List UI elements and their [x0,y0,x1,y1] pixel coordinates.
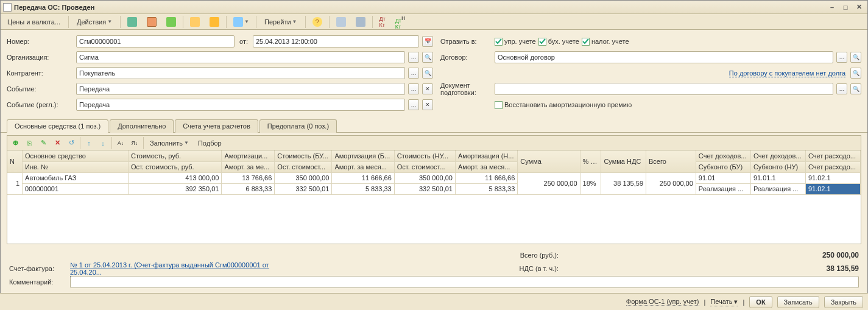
sf-link[interactable]: № 1 от 25.04.2013 г. (Счет-фактура выдан… [70,261,269,277]
tool-icon-5[interactable] [205,15,224,29]
event-select-icon[interactable]: … [408,83,419,94]
close-window-button[interactable]: ✕ [853,2,865,12]
col-vat-p[interactable]: % НДС [580,150,601,172]
dt-kt-icon-1[interactable]: ДтКт [375,15,390,29]
delete-row-icon[interactable]: ✕ [51,137,64,149]
docprep-select-icon[interactable]: … [836,83,847,94]
col-sub-bu[interactable]: Субконто (БУ) [696,161,750,172]
col-amort-nu-m[interactable]: Аморт. за меся... [456,161,518,172]
sort-desc-icon[interactable]: Я↓ [128,137,141,149]
col-vat-s[interactable]: Сумма НДС [601,150,646,172]
actions-menu[interactable]: Действия▼ [71,15,118,29]
chk-bux[interactable]: бух. учете [538,38,579,46]
org-search-icon[interactable]: 🔍 [422,52,433,63]
tool-icon-1[interactable] [123,15,141,29]
col-amort-bu-m[interactable]: Аморт. за меся... [332,161,394,172]
table-row[interactable]: 000000001 392 350,01 6 883,33 332 500,01… [7,183,861,194]
event-reg-input[interactable]: Передача [76,99,405,111]
col-inv[interactable]: Инв. № [23,161,129,172]
tool-icon-7[interactable] [332,15,350,29]
tab-prepay[interactable]: Предоплата (0 поз.) [259,119,337,133]
data-table[interactable]: N Основное средство Стоимость, руб. Амор… [7,150,861,195]
add-row-icon[interactable]: ⊕ [9,137,22,149]
date-input[interactable]: 25.04.2013 12:00:00 [253,35,419,48]
fill-button[interactable]: Заполнить▼ [146,137,193,149]
sort-asc-icon[interactable]: A↓ [114,137,127,149]
help-button[interactable]: ? [308,15,326,29]
col-amort-m[interactable]: Аморт. за ме... [222,161,275,172]
col-os[interactable]: Основное средство [23,150,129,161]
minimize-button[interactable]: – [826,2,838,12]
chk-upr[interactable]: упр. учете [495,38,536,46]
col-cost-nu[interactable]: Стоимость (НУ... [394,150,455,161]
col-amort-nu[interactable]: Амортизация (Н... [456,150,518,161]
col-rest-bu[interactable]: Ост. стоимост... [275,161,332,172]
tool-icon-8[interactable] [351,15,370,29]
contract-search-icon[interactable]: 🔍 [850,52,861,63]
main-toolbar: Цены и валюта... Действия▼ ▼ Перейти▼ ? … [1,14,867,30]
col-total[interactable]: Всего [646,150,696,172]
docprep-input[interactable] [495,83,833,95]
tab-extra[interactable]: Дополнительно [110,119,174,133]
event-input[interactable]: Передача [76,83,405,95]
print-link[interactable]: Печать ▾ [710,298,738,306]
event-clear-icon[interactable]: ✕ [422,83,433,94]
contract-select-icon[interactable]: … [836,52,847,63]
calendar-icon[interactable]: 📅 [422,36,433,47]
tool-icon-4[interactable] [186,15,204,29]
event-reg-clear-icon[interactable]: ✕ [422,99,433,110]
col-sub-nu[interactable]: Субконто (НУ) [750,161,805,172]
contr-input[interactable]: Покупатель [76,67,405,79]
col-sum[interactable]: Сумма [518,150,580,172]
contr-label: Контрагент: [7,69,74,77]
tool-icon-6[interactable]: ▼ [229,15,253,29]
col-inc-bu[interactable]: Счет доходов... [696,150,750,161]
col-exp1[interactable]: Счет расходо... [805,150,860,161]
save-button[interactable]: Записать [777,296,819,308]
org-input[interactable]: Сигма [76,51,405,63]
maximize-button[interactable]: □ [839,2,852,12]
refresh-icon[interactable]: ↺ [65,137,78,149]
edit-row-icon[interactable]: ✎ [37,137,50,149]
vat-value: 38 135,59 [563,264,859,273]
number-input[interactable]: Сгм00000001 [76,35,235,48]
col-rest-nu[interactable]: Ост. стоимост... [394,161,455,172]
event-reg-label: Событие (регл.): [7,101,74,108]
move-down-icon[interactable]: ↓ [96,137,110,149]
table-row[interactable]: 1 Автомобиль ГАЗ 413 000,00 13 766,66 35… [7,172,861,183]
contr-select-icon[interactable]: … [408,68,419,79]
comment-input[interactable] [70,276,859,288]
chk-restore[interactable]: Восстановить амортизационную премию [495,101,632,109]
col-amort[interactable]: Амортизаци... [222,150,275,161]
footer: Форма ОС-1 (упр. учет) | Печать ▾ | ОК З… [0,293,868,310]
event-reg-select-icon[interactable]: … [408,99,419,110]
form-os1-link[interactable]: Форма ОС-1 (упр. учет) [626,298,699,306]
col-rest[interactable]: Ост. стоимость, руб. [128,161,221,172]
tab-accounts[interactable]: Счета учета расчетов [175,119,258,133]
contract-input[interactable]: Основной договор [495,51,833,63]
col-exp2[interactable]: Счет расходо... [805,161,860,172]
col-amort-bu[interactable]: Амортизация (Б... [332,150,394,161]
contract-note-link[interactable]: По договору с покупателем нет долга [729,69,845,77]
ok-button[interactable]: ОК [749,296,772,308]
close-button[interactable]: Закрыть [824,296,863,308]
org-select-icon[interactable]: … [408,52,419,63]
contract-note-search-icon[interactable]: 🔍 [850,68,861,79]
move-up-icon[interactable]: ↑ [82,137,96,149]
col-inc-nu[interactable]: Счет доходов... [750,150,805,161]
docprep-search-icon[interactable]: 🔍 [850,83,861,94]
dt-kt-icon-2[interactable]: ДтнКт [391,15,409,29]
tool-icon-3[interactable] [162,15,180,29]
col-cost[interactable]: Стоимость, руб. [128,150,221,161]
copy-row-icon[interactable]: ⎘ [23,137,36,149]
pick-button[interactable]: Подбор [194,137,226,149]
tab-os[interactable]: Основные средства (1 поз.) [7,119,108,133]
col-cost-bu[interactable]: Стоимость (БУ... [275,150,332,161]
col-n[interactable]: N [7,150,23,172]
contr-search-icon[interactable]: 🔍 [422,68,433,79]
prices-button[interactable]: Цены и валюта... [2,15,66,29]
reflect-label: Отразить в: [440,38,492,45]
tool-icon-2[interactable] [143,15,161,29]
goto-menu[interactable]: Перейти▼ [259,15,303,29]
chk-nal[interactable]: налог. учете [582,38,629,46]
